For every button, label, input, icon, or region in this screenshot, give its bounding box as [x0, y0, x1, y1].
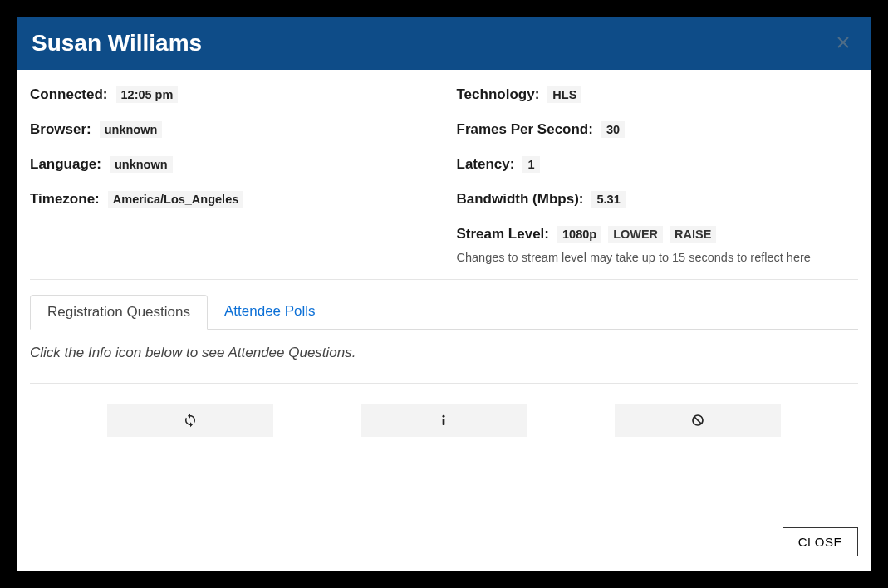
right-column: Technology: HLS Frames Per Second: 30 La…: [457, 86, 859, 264]
technology-row: Technology: HLS: [457, 86, 859, 103]
bandwidth-row: Bandwidth (Mbps): 5.31: [457, 191, 859, 208]
close-icon[interactable]: [836, 36, 851, 51]
raise-button[interactable]: RAISE: [670, 226, 716, 243]
latency-value: 1: [522, 156, 539, 173]
dialog-header: Susan Williams: [17, 17, 871, 70]
latency-row: Latency: 1: [457, 156, 859, 173]
left-column: Connected: 12:05 pm Browser: unknown Lan…: [30, 86, 432, 264]
lower-button[interactable]: LOWER: [608, 226, 663, 243]
timezone-row: Timezone: America/Los_Angeles: [30, 191, 432, 208]
fps-value: 30: [601, 121, 625, 138]
ban-icon: [691, 414, 704, 427]
bandwidth-value: 5.31: [591, 191, 625, 208]
technology-label: Technology:: [457, 86, 540, 103]
language-value: unknown: [110, 156, 173, 173]
browser-value: unknown: [100, 121, 163, 138]
latency-label: Latency:: [457, 156, 515, 173]
info-columns: Connected: 12:05 pm Browser: unknown Lan…: [30, 86, 858, 280]
svg-point-2: [443, 415, 445, 418]
svg-rect-3: [443, 419, 445, 425]
close-button[interactable]: CLOSE: [783, 527, 858, 556]
stream-caption: Changes to stream level may take up to 1…: [457, 251, 859, 264]
connected-row: Connected: 12:05 pm: [30, 86, 432, 103]
attendee-detail-dialog: Susan Williams Connected: 12:05 pm Brows…: [17, 17, 871, 571]
tab-registration-questions[interactable]: Registration Questions: [30, 295, 208, 330]
stream-level-label: Stream Level:: [457, 226, 550, 243]
tab-hint: Click the Info icon below to see Attende…: [30, 345, 858, 361]
tab-attendee-polls[interactable]: Attendee Polls: [208, 295, 332, 329]
timezone-value: America/Los_Angeles: [108, 191, 244, 208]
ban-button[interactable]: [615, 404, 781, 437]
svg-line-5: [694, 417, 702, 424]
connected-label: Connected:: [30, 86, 108, 103]
timezone-label: Timezone:: [30, 191, 100, 208]
action-row: [30, 384, 858, 457]
dialog-body: Connected: 12:05 pm Browser: unknown Lan…: [17, 70, 871, 512]
language-label: Language:: [30, 156, 101, 173]
fps-row: Frames Per Second: 30: [457, 121, 859, 138]
bandwidth-label: Bandwidth (Mbps):: [457, 191, 584, 208]
dialog-title: Susan Williams: [32, 30, 202, 56]
info-button[interactable]: [361, 404, 527, 437]
connected-value: 12:05 pm: [116, 86, 179, 103]
info-icon: [437, 414, 450, 427]
stream-level-row: Stream Level: 1080p LOWER RAISE Changes …: [457, 226, 859, 264]
dialog-footer: CLOSE: [17, 512, 871, 571]
tabs-section: Registration Questions Attendee Polls Cl…: [30, 295, 858, 457]
refresh-icon: [183, 413, 198, 428]
technology-value: HLS: [547, 86, 581, 103]
tabs: Registration Questions Attendee Polls: [30, 295, 858, 330]
refresh-button[interactable]: [107, 404, 273, 437]
browser-label: Browser:: [30, 121, 91, 138]
browser-row: Browser: unknown: [30, 121, 432, 138]
fps-label: Frames Per Second:: [457, 121, 593, 138]
language-row: Language: unknown: [30, 156, 432, 173]
stream-level-value: 1080p: [557, 226, 601, 243]
